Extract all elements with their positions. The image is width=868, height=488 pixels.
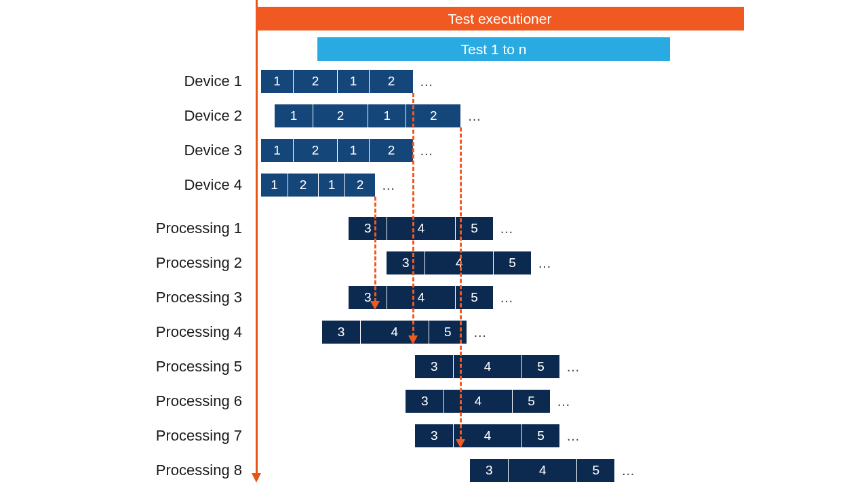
- phase-segment: 4: [387, 286, 455, 309]
- phase-segment: 1: [318, 174, 344, 197]
- row-device-3: Device 31212…: [0, 139, 868, 162]
- header-title: Test executioner: [448, 11, 552, 27]
- dependency-arrow-line: [412, 93, 414, 337]
- diagram-stage: Test executioner Test 1 to n Device 1121…: [0, 0, 868, 488]
- subheader-title: Test 1 to n: [461, 41, 527, 58]
- phase-segment: 1: [275, 104, 313, 127]
- row-label: Processing 5: [0, 358, 256, 375]
- ellipsis-icon: …: [375, 174, 395, 197]
- phase-segment: 4: [360, 321, 429, 344]
- row-bars: 345…: [256, 390, 868, 413]
- row-proc-4: Processing 4345…: [0, 321, 868, 344]
- phase-segment: 3: [415, 355, 453, 378]
- ellipsis-icon: …: [531, 251, 551, 274]
- row-bars: 1212…: [256, 104, 868, 127]
- row-device-1: Device 11212…: [0, 70, 868, 93]
- row-bars: 345…: [256, 217, 868, 240]
- row-proc-2: Processing 2345…: [0, 251, 868, 274]
- phase-segment: 1: [261, 139, 294, 162]
- ellipsis-icon: …: [493, 217, 513, 240]
- row-label: Processing 4: [0, 323, 256, 341]
- phase-segment: 3: [349, 217, 387, 240]
- phase-segment: 3: [415, 424, 453, 447]
- row-label: Device 2: [0, 107, 256, 125]
- ellipsis-icon: …: [559, 355, 580, 378]
- phase-segment: 2: [369, 70, 412, 93]
- row-proc-8: Processing 8345…: [0, 459, 868, 482]
- phase-segment: 1: [337, 70, 370, 93]
- row-label: Processing 7: [0, 427, 256, 445]
- dependency-arrow-head: [370, 301, 380, 310]
- dependency-arrow-head: [456, 439, 465, 448]
- phase-segment: 5: [493, 251, 531, 274]
- ellipsis-icon: …: [550, 390, 570, 413]
- dependency-arrow-head: [408, 336, 418, 344]
- phase-segment: 3: [470, 459, 508, 482]
- phase-segment: 2: [293, 139, 336, 162]
- row-label: Device 3: [0, 142, 256, 159]
- row-device-2: Device 21212…: [0, 104, 868, 127]
- row-proc-3: Processing 3345…: [0, 286, 868, 309]
- row-proc-5: Processing 5345…: [0, 355, 868, 378]
- row-bars: 345…: [256, 424, 868, 447]
- phase-segment: 1: [261, 174, 288, 197]
- ellipsis-icon: …: [460, 104, 481, 127]
- row-label: Processing 6: [0, 392, 256, 410]
- row-device-4: Device 41212…: [0, 174, 868, 197]
- header-test-executioner: Test executioner: [256, 7, 744, 30]
- phase-segment: 5: [521, 424, 559, 447]
- row-proc-1: Processing 1345…: [0, 217, 868, 240]
- phase-segment: 3: [349, 286, 387, 309]
- row-label: Device 1: [0, 73, 256, 90]
- ellipsis-icon: …: [493, 286, 513, 309]
- phase-segment: 2: [344, 174, 375, 197]
- row-bars: 1212…: [256, 139, 868, 162]
- dependency-arrow-line: [460, 127, 462, 441]
- phase-segment: 1: [261, 70, 294, 93]
- phase-segment: 3: [387, 251, 425, 274]
- row-label: Device 4: [0, 176, 256, 194]
- row-bars: 345…: [256, 286, 868, 309]
- row-proc-6: Processing 6345…: [0, 390, 868, 413]
- dependency-arrow-line: [374, 197, 376, 302]
- phase-segment: 2: [369, 139, 412, 162]
- phase-segment: 4: [387, 217, 455, 240]
- row-label: Processing 2: [0, 254, 256, 272]
- row-label: Processing 3: [0, 289, 256, 306]
- ellipsis-icon: …: [614, 459, 635, 482]
- phase-segment: 4: [443, 390, 512, 413]
- row-bars: 345…: [256, 355, 868, 378]
- row-bars: 1212…: [256, 70, 868, 93]
- row-label: Processing 1: [0, 220, 256, 237]
- ellipsis-icon: …: [467, 321, 487, 344]
- row-bars: 345…: [256, 251, 868, 274]
- phase-segment: 1: [337, 139, 370, 162]
- ellipsis-icon: …: [413, 139, 433, 162]
- row-bars: 345…: [256, 321, 868, 344]
- phase-segment: 2: [313, 104, 368, 127]
- phase-segment: 4: [425, 251, 493, 274]
- phase-segment: 5: [512, 390, 550, 413]
- phase-segment: 5: [521, 355, 559, 378]
- phase-segment: 2: [293, 70, 336, 93]
- phase-segment: 4: [508, 459, 576, 482]
- row-bars: 345…: [256, 459, 868, 482]
- phase-segment: 3: [406, 390, 443, 413]
- header-test-range: Test 1 to n: [317, 37, 670, 61]
- row-label: Processing 8: [0, 462, 256, 479]
- phase-segment: 1: [368, 104, 406, 127]
- phase-segment: 4: [453, 355, 521, 378]
- row-proc-7: Processing 7345…: [0, 424, 868, 447]
- ellipsis-icon: …: [559, 424, 580, 447]
- ellipsis-icon: …: [413, 70, 433, 93]
- phase-segment: 3: [322, 321, 360, 344]
- row-bars: 1212…: [256, 174, 868, 197]
- phase-segment: 5: [576, 459, 614, 482]
- phase-segment: 2: [288, 174, 318, 197]
